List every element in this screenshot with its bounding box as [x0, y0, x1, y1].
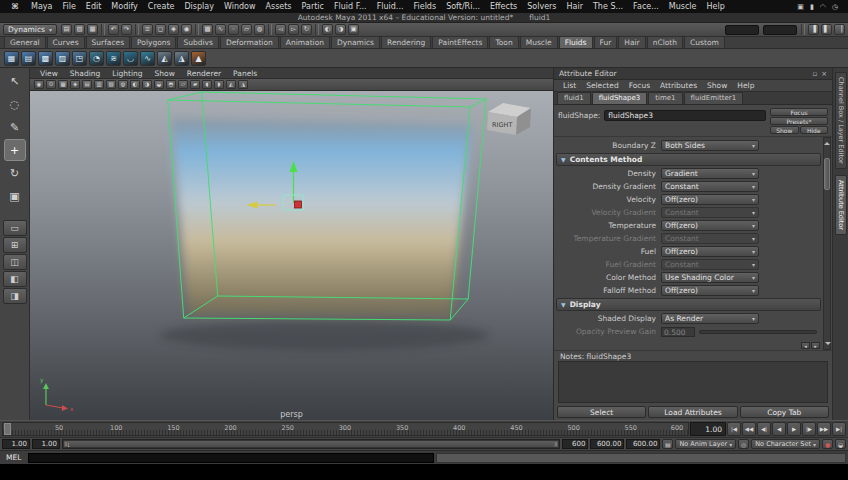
ae-copy-icon[interactable]: ▫ — [812, 70, 817, 78]
camera-attributes-icon[interactable]: ▦ — [58, 80, 68, 89]
rotate-tool[interactable]: ↻ — [4, 162, 26, 184]
ae-menu-show[interactable]: Show — [702, 81, 732, 90]
scrollbar-thumb[interactable] — [824, 158, 830, 190]
notes-textarea[interactable] — [558, 361, 828, 403]
numeric-input-field[interactable] — [763, 25, 797, 35]
ae-pan-right-icon[interactable]: ▸ — [811, 342, 820, 349]
save-scene-icon[interactable]: ▦ — [87, 24, 98, 35]
xray-display-icon[interactable]: ◮ — [238, 80, 248, 89]
shelf-tab-fluids[interactable]: Fluids — [559, 36, 593, 48]
shelf-tab-general[interactable]: General — [4, 36, 46, 48]
wireframe-display-icon[interactable]: ▰ — [190, 80, 200, 89]
attr-dropdown-fuel[interactable]: Off(zero)▾ — [661, 246, 759, 257]
safe-title-icon[interactable]: ▱ — [178, 80, 188, 89]
shelf-tab-deformation[interactable]: Deformation — [220, 36, 279, 48]
render-settings-icon[interactable]: ▣ — [348, 24, 359, 35]
camera-select-icon[interactable]: ◉ — [34, 80, 44, 89]
wifi-icon[interactable]: ◠ — [820, 3, 826, 11]
menu-muscle[interactable]: Muscle — [664, 2, 702, 11]
layout-four-pane-button[interactable]: ⊞ — [3, 237, 27, 253]
viewport-menu-view[interactable]: View — [34, 69, 64, 78]
menu-edit[interactable]: Edit — [81, 2, 107, 11]
shelf-tab-dynamics[interactable]: Dynamics — [331, 36, 380, 48]
open-scene-icon[interactable]: ▧ — [74, 24, 85, 35]
ae-tab-fluidshape3[interactable]: fluidShape3 — [592, 92, 648, 104]
ae-menu-help[interactable]: Help — [732, 81, 759, 90]
section-display[interactable]: ▼Display — [556, 298, 821, 311]
grid-display-icon[interactable]: ▧ — [106, 80, 116, 89]
menu-fields[interactable]: Fields — [408, 2, 441, 11]
snap-curve-icon[interactable]: ∿ — [215, 24, 226, 35]
lighted-display-icon[interactable]: ◭ — [226, 80, 236, 89]
menu-maya[interactable]: Maya — [26, 2, 57, 11]
fluid-2d-emitter-icon[interactable]: ▨ — [55, 51, 70, 66]
attr-dropdown-falloff-method[interactable]: Off(zero)▾ — [661, 285, 759, 296]
battery-icon[interactable]: ▮ — [810, 3, 814, 11]
select-component-icon[interactable]: ◈ — [168, 24, 179, 35]
toolbar-group-divider[interactable] — [101, 24, 105, 35]
snap-grid-icon[interactable]: ▩ — [202, 24, 213, 35]
safe-action-icon[interactable]: ◓ — [166, 80, 176, 89]
render-current-frame-icon[interactable]: ◐ — [322, 24, 333, 35]
boat-locator-icon[interactable]: ◭ — [157, 51, 172, 66]
ae-menu-attributes[interactable]: Attributes — [655, 81, 702, 90]
select-object-icon[interactable]: ◻ — [155, 24, 166, 35]
ae-tab-time1[interactable]: time1 — [648, 92, 682, 104]
menu-the-s[interactable]: The S... — [588, 2, 628, 11]
play-forward-button[interactable]: ▶ — [787, 422, 801, 436]
menu-effects[interactable]: Effects — [485, 2, 522, 11]
shelf-tab-hair[interactable]: Hair — [618, 36, 645, 48]
motor-boat-locator-icon[interactable]: ◮ — [174, 51, 189, 66]
animation-preferences-icon[interactable]: ◒ — [835, 439, 846, 449]
viewport-menu-show[interactable]: Show — [149, 69, 181, 78]
viewport-menu-lighting[interactable]: Lighting — [106, 69, 148, 78]
get-fluid-example-icon[interactable]: ◳ — [72, 51, 87, 66]
ae-menu-selected[interactable]: Selected — [581, 81, 624, 90]
step-forward-key-button[interactable]: |▶ — [802, 422, 816, 436]
ae-tab-fluidemitter1[interactable]: fluidEmitter1 — [684, 92, 744, 104]
redo-icon[interactable]: ↷ — [121, 24, 132, 35]
shelf-tab-subdivs[interactable]: Subdivs — [177, 36, 218, 48]
construction-history-icon[interactable]: ↻ — [301, 24, 312, 35]
attr-dropdown-density[interactable]: Gradient▾ — [661, 168, 759, 179]
create-wake-icon[interactable]: ∿ — [140, 51, 155, 66]
camera-lock-icon[interactable]: ⊙ — [46, 80, 56, 89]
viewport-menu-panels[interactable]: Panels — [227, 69, 263, 78]
load-attributes-button[interactable]: Load Attributes — [648, 406, 737, 418]
snap-point-icon[interactable]: ◦ — [228, 24, 239, 35]
ae-close-icon[interactable]: × — [821, 70, 827, 78]
attr-dropdown-shaded-display[interactable]: As Render▾ — [661, 313, 759, 324]
shelf-tab-ncloth[interactable]: nCloth — [647, 36, 683, 48]
animation-end-field[interactable]: 600.00 — [590, 439, 624, 449]
node-name-field[interactable]: fluidShape3 — [604, 110, 766, 121]
playback-end-field[interactable]: 600 — [562, 439, 588, 449]
attr-dropdown-color-method[interactable]: Use Shading Color▾ — [661, 272, 759, 283]
auto-keyframe-icon[interactable]: ● — [822, 439, 833, 449]
section-contents-method[interactable]: ▼Contents Method — [556, 153, 821, 166]
ae-tab-fluid1[interactable]: fluid1 — [557, 92, 591, 104]
emitter-cube[interactable] — [294, 201, 301, 208]
fluid-2d-container-icon[interactable]: ▤ — [21, 51, 36, 66]
gate-mask-icon[interactable]: ◑ — [142, 80, 152, 89]
character-set-icon[interactable]: ◎ — [738, 439, 749, 449]
shelf-tab-painteffects[interactable]: PaintEffects — [432, 36, 488, 48]
copy-tab-button[interactable]: Copy Tab — [740, 406, 829, 418]
image-plane-icon[interactable]: ▤ — [82, 80, 92, 89]
attr-dropdown-velocity[interactable]: Off(zero)▾ — [661, 194, 759, 205]
shelf-tab-animation[interactable]: Animation — [280, 36, 330, 48]
current-frame-playhead[interactable] — [4, 423, 11, 435]
resolution-gate-icon[interactable]: ◐ — [130, 80, 140, 89]
presets-button[interactable]: Presets* — [770, 117, 828, 125]
command-input-field[interactable] — [28, 453, 434, 463]
move-tool[interactable]: + — [4, 139, 26, 161]
fluid-3d-container-icon[interactable]: ▦ — [4, 51, 19, 66]
two-d-pan-zoom-icon[interactable]: ▥ — [94, 80, 104, 89]
scrollbar-up-icon[interactable] — [824, 139, 830, 145]
toggle-channel-box-button[interactable]: ▕ — [834, 24, 845, 35]
toggle-attribute-editor-button[interactable]: ▐ — [808, 24, 819, 35]
menu-display[interactable]: Display — [179, 2, 219, 11]
film-gate-icon[interactable]: ◍ — [118, 80, 128, 89]
menu-soft-ri[interactable]: Soft/Ri... — [441, 2, 485, 11]
attr-dropdown-boundary-z[interactable]: Both Sides▾ — [661, 140, 759, 151]
lasso-tool[interactable]: ◌ — [4, 93, 26, 115]
